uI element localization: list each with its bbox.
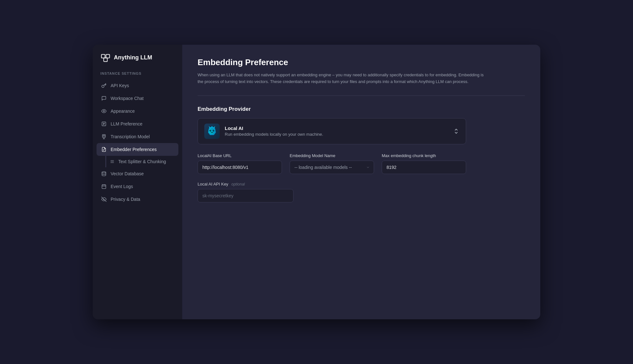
sidebar-item-llm-label: LLM Preference xyxy=(111,121,143,126)
provider-selector[interactable]: Local AI Run embedding models locally on… xyxy=(198,118,466,144)
page-title: Embedding Preference xyxy=(198,57,525,67)
sidebar-item-embedder-label: Embedder Preferences xyxy=(111,147,157,152)
provider-logo xyxy=(204,124,220,139)
svg-point-24 xyxy=(210,130,211,131)
sidebar-item-text-splitter-label: Text Splitter & Chunking xyxy=(118,159,166,164)
section-divider xyxy=(198,95,525,96)
form-group-api-key: Local AI API Key optional xyxy=(198,182,293,202)
sidebar-item-embedder[interactable]: Embedder Preferences xyxy=(97,143,178,156)
key-icon xyxy=(101,83,107,88)
page-description: When using an LLM that does not natively… xyxy=(198,72,485,85)
sidebar-item-appearance-label: Appearance xyxy=(111,109,135,114)
sidebar-logo: Anything LLM xyxy=(93,52,182,72)
sidebar-nav: API Keys Workspace Chat xyxy=(93,79,182,206)
form-row-api-key: Local AI API Key optional xyxy=(198,182,466,202)
embedder-icon xyxy=(101,147,107,152)
api-key-input[interactable] xyxy=(198,189,293,202)
app-window: Anything LLM INSTANCE SETTINGS API Keys xyxy=(93,45,540,319)
transcription-icon xyxy=(101,134,107,140)
main-content: Embedding Preference When using an LLM t… xyxy=(182,45,540,319)
form-row-1: LocalAI Base URL Embedding Model Name --… xyxy=(198,153,466,174)
svg-rect-1 xyxy=(106,54,110,58)
svg-rect-17 xyxy=(102,185,106,189)
sidebar-item-llm[interactable]: LLM Preference xyxy=(97,118,178,130)
sidebar-section-label: INSTANCE SETTINGS xyxy=(93,72,182,79)
svg-point-27 xyxy=(214,130,214,131)
chunk-length-label: Max embedding chunk length xyxy=(382,153,466,158)
api-key-label: Local AI API Key optional xyxy=(198,182,293,186)
form-group-chunk-length: Max embedding chunk length xyxy=(382,153,466,174)
base-url-label: LocalAI Base URL xyxy=(198,153,282,158)
section-provider-title: Embedding Provider xyxy=(198,106,525,112)
sidebar-item-api-keys-label: API Keys xyxy=(111,83,129,88)
model-name-label: Embedding Model Name xyxy=(290,153,374,158)
sidebar-item-event-logs[interactable]: Event Logs xyxy=(97,180,178,193)
logs-icon xyxy=(101,184,107,189)
sidebar-item-event-logs-label: Event Logs xyxy=(111,184,133,189)
sidebar-item-transcription[interactable]: Transcription Model xyxy=(97,130,178,143)
sidebar-item-privacy-label: Privacy & Data xyxy=(111,197,140,202)
provider-info: Local AI Run embedding models locally on… xyxy=(225,125,453,137)
svg-point-3 xyxy=(103,110,105,112)
sidebar-item-workspace-chat-label: Workspace Chat xyxy=(111,96,144,101)
provider-desc: Run embedding models locally on your own… xyxy=(225,132,453,137)
svg-point-26 xyxy=(210,130,211,131)
sidebar-item-text-splitter[interactable]: Text Splitter & Chunking xyxy=(97,156,178,167)
form-group-base-url: LocalAI Base URL xyxy=(198,153,282,174)
svg-marker-28 xyxy=(209,126,211,128)
eye-icon xyxy=(101,108,107,114)
form-group-model-name: Embedding Model Name -- loading availabl… xyxy=(290,153,374,174)
privacy-icon xyxy=(101,196,107,202)
sidebar-item-appearance[interactable]: Appearance xyxy=(97,105,178,118)
sidebar-item-privacy[interactable]: Privacy & Data xyxy=(97,193,178,206)
model-name-select[interactable]: -- loading available models -- xyxy=(290,161,374,174)
svg-marker-29 xyxy=(213,126,215,128)
svg-point-25 xyxy=(213,130,215,131)
database-icon xyxy=(101,171,107,177)
sidebar: Anything LLM INSTANCE SETTINGS API Keys xyxy=(93,45,182,319)
splitter-icon xyxy=(110,159,114,164)
app-logo-icon xyxy=(100,52,111,63)
chunk-length-input[interactable] xyxy=(382,161,466,174)
chat-icon xyxy=(101,95,107,101)
svg-point-16 xyxy=(102,171,106,173)
sidebar-item-transcription-label: Transcription Model xyxy=(111,134,150,139)
svg-rect-0 xyxy=(101,54,105,58)
sidebar-item-workspace-chat[interactable]: Workspace Chat xyxy=(97,92,178,105)
svg-rect-2 xyxy=(104,58,107,62)
llm-icon xyxy=(101,121,107,127)
app-name: Anything LLM xyxy=(114,54,152,61)
sidebar-item-vector-db-label: Vector Database xyxy=(111,171,144,176)
app-layout: Anything LLM INSTANCE SETTINGS API Keys xyxy=(93,45,540,319)
sidebar-item-vector-db[interactable]: Vector Database xyxy=(97,167,178,180)
base-url-input[interactable] xyxy=(198,161,282,174)
provider-name: Local AI xyxy=(225,125,453,131)
chevron-updown-icon xyxy=(453,128,459,134)
sidebar-item-api-keys[interactable]: API Keys xyxy=(97,79,178,92)
